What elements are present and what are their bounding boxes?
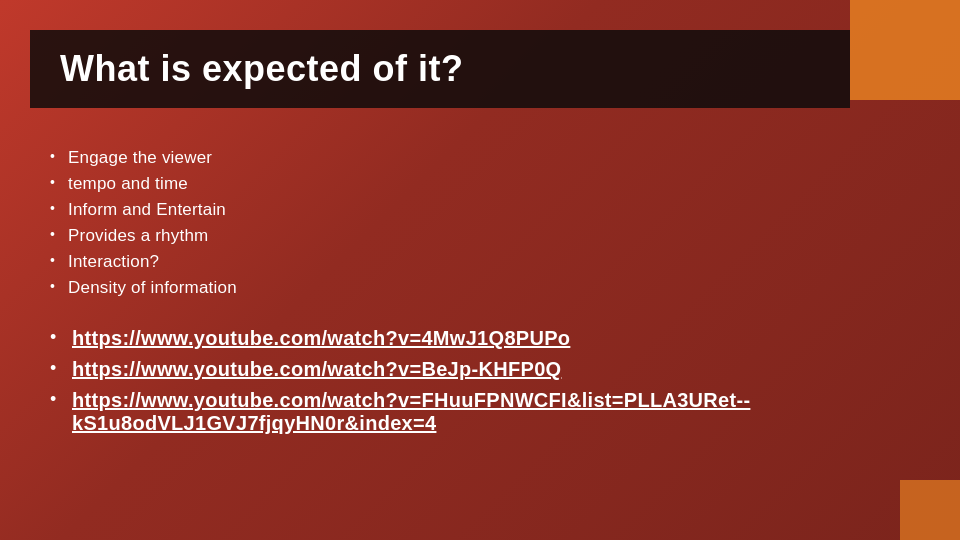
bullet-item: tempo and time [50, 171, 910, 197]
bullet-list-small: Engage the viewertempo and timeInform an… [50, 145, 910, 301]
bullet-item: Inform and Entertain [50, 197, 910, 223]
slide-title: What is expected of it? [60, 48, 464, 89]
slide-content: Engage the viewertempo and timeInform an… [50, 145, 910, 439]
slide: What is expected of it? Engage the viewe… [0, 0, 960, 540]
bullet-item: Engage the viewer [50, 145, 910, 171]
link-item: https://www.youtube.com/watch?v=4MwJ1Q8P… [50, 323, 910, 354]
bullet-list-links: https://www.youtube.com/watch?v=4MwJ1Q8P… [50, 323, 910, 439]
link-item: https://www.youtube.com/watch?v=FHuuFPNW… [50, 385, 910, 439]
bullet-item: Density of information [50, 275, 910, 301]
link-item: https://www.youtube.com/watch?v=BeJp-KHF… [50, 354, 910, 385]
bullet-item: Provides a rhythm [50, 223, 910, 249]
slide-link[interactable]: https://www.youtube.com/watch?v=BeJp-KHF… [72, 358, 561, 380]
bullet-item: Interaction? [50, 249, 910, 275]
title-bar: What is expected of it? [30, 30, 850, 108]
orange-decoration-bottom [900, 480, 960, 540]
slide-link[interactable]: https://www.youtube.com/watch?v=4MwJ1Q8P… [72, 327, 570, 349]
orange-decoration-top [850, 0, 960, 100]
slide-link[interactable]: https://www.youtube.com/watch?v=FHuuFPNW… [72, 389, 750, 434]
